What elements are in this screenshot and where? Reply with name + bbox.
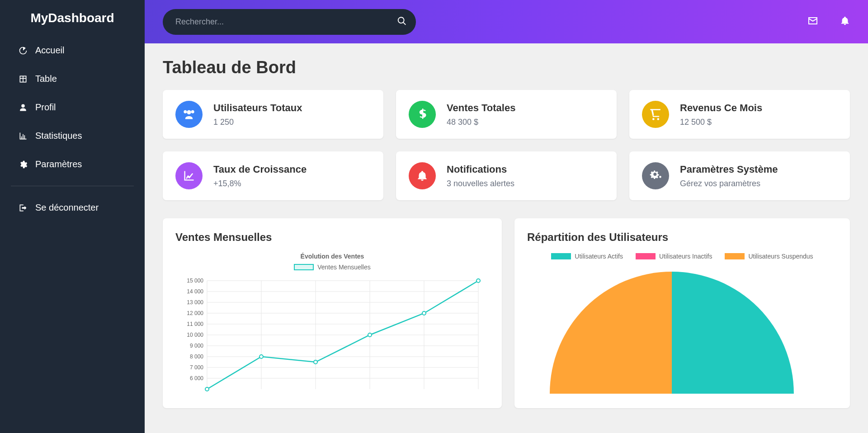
legend-label: Utilisateurs Suspendus (748, 253, 813, 260)
chart-title: Répartition des Utilisateurs (527, 231, 837, 244)
line-legend: Ventes Mensuelles (175, 264, 489, 271)
chart-card-pie: Répartition des Utilisateurs Utilisateur… (514, 218, 850, 408)
chart-subtitle: Évolution des Ventes (175, 253, 489, 260)
chart-icon (18, 132, 28, 141)
legend-label: Ventes Mensuelles (317, 264, 371, 271)
card-value: Gérez vos paramètres (680, 179, 778, 188)
pie-legend: Utilisateurs Actifs Utilisateurs Inactif… (527, 253, 837, 260)
sidebar-item-accueil[interactable]: Accueil (7, 36, 137, 65)
sidebar-item-parametres[interactable]: Paramètres (7, 150, 137, 179)
legend-swatch (725, 253, 745, 259)
chart-title: Ventes Mensuelles (175, 231, 489, 244)
legend-label: Utilisateurs Inactifs (659, 253, 712, 260)
card-body: Notifications3 nouvelles alertes (447, 164, 514, 188)
legend-item: Utilisateurs Inactifs (636, 253, 712, 260)
bell-icon[interactable] (840, 15, 850, 28)
svg-point-29 (368, 333, 372, 337)
card-value: 12 500 $ (680, 118, 762, 127)
cogs-icon (642, 162, 669, 189)
stat-card[interactable]: Paramètres SystèmeGérez vos paramètres (629, 151, 850, 200)
card-body: Ventes Totales48 300 $ (447, 102, 515, 127)
sidebar-item-label: Profil (35, 102, 56, 113)
card-value: 3 nouvelles alertes (447, 179, 514, 188)
search-wrap (163, 9, 416, 35)
mail-icon[interactable] (807, 15, 818, 28)
dollar-icon (409, 101, 436, 128)
line-chart: 6 0007 0008 0009 00010 00011 00012 00013… (175, 276, 487, 394)
table-icon (18, 75, 28, 84)
brand-title: MyDashboard (0, 11, 145, 25)
chart-card-line: Ventes Mensuelles Évolution des Ventes V… (163, 218, 502, 408)
sidebar-item-profil[interactable]: Profil (7, 93, 137, 122)
svg-point-27 (259, 355, 263, 358)
card-title: Notifications (447, 164, 514, 175)
card-value: +15,8% (213, 179, 307, 188)
sidebar-divider (11, 186, 134, 186)
content: Tableau de Bord Utilisateurs Totaux1 250… (145, 43, 868, 433)
card-value: 48 300 $ (447, 118, 515, 127)
card-title: Paramètres Système (680, 164, 778, 175)
search-input[interactable] (163, 9, 416, 35)
legend-swatch (551, 253, 571, 259)
card-body: Paramètres SystèmeGérez vos paramètres (680, 164, 778, 188)
topbar (145, 0, 868, 43)
svg-text:14 000: 14 000 (187, 288, 203, 295)
cards-grid: Utilisateurs Totaux1 250Ventes Totales48… (163, 90, 850, 200)
svg-point-28 (314, 360, 317, 364)
pie-chart (527, 267, 816, 394)
svg-text:9 000: 9 000 (190, 343, 203, 349)
sidebar-item-label: Se déconnecter (35, 202, 99, 213)
search-icon (397, 21, 407, 28)
svg-point-31 (476, 279, 480, 282)
trend-icon (175, 162, 203, 189)
card-body: Utilisateurs Totaux1 250 (213, 102, 302, 127)
svg-text:15 000: 15 000 (187, 278, 203, 284)
card-title: Ventes Totales (447, 102, 515, 114)
sidebar: MyDashboard Accueil Table Profil (0, 0, 145, 433)
svg-point-30 (422, 311, 426, 315)
svg-text:8 000: 8 000 (190, 353, 203, 360)
legend-item: Utilisateurs Suspendus (725, 253, 813, 260)
card-value: 1 250 (213, 118, 302, 127)
dashboard-icon (18, 46, 28, 55)
sidebar-item-label: Accueil (35, 45, 64, 56)
svg-text:12 000: 12 000 (187, 310, 203, 316)
legend-item: Utilisateurs Actifs (551, 253, 623, 260)
svg-text:13 000: 13 000 (187, 299, 203, 306)
card-title: Revenus Ce Mois (680, 102, 762, 114)
card-title: Taux de Croissance (213, 164, 307, 175)
stat-card[interactable]: Notifications3 nouvelles alertes (396, 151, 617, 200)
user-icon (18, 103, 28, 112)
card-body: Revenus Ce Mois12 500 $ (680, 102, 762, 127)
sidebar-item-statistiques[interactable]: Statistiques (7, 122, 137, 150)
sidebar-item-label: Statistiques (35, 131, 82, 141)
bell-icon (409, 162, 436, 189)
stat-card[interactable]: Ventes Totales48 300 $ (396, 90, 617, 139)
svg-text:7 000: 7 000 (190, 364, 203, 371)
sidebar-item-label: Paramètres (35, 159, 82, 169)
card-body: Taux de Croissance+15,8% (213, 164, 307, 188)
cart-icon (642, 101, 669, 128)
stat-card[interactable]: Revenus Ce Mois12 500 $ (629, 90, 850, 139)
sidebar-item-logout[interactable]: Se déconnecter (7, 193, 137, 222)
users-icon (175, 101, 203, 128)
svg-text:6 000: 6 000 (190, 375, 203, 381)
svg-text:11 000: 11 000 (187, 321, 203, 327)
gear-icon (18, 160, 28, 169)
search-button[interactable] (397, 16, 407, 28)
legend-label: Utilisateurs Actifs (575, 253, 623, 260)
svg-text:10 000: 10 000 (187, 332, 203, 338)
logout-icon (18, 203, 28, 212)
page-title: Tableau de Bord (163, 58, 850, 77)
card-title: Utilisateurs Totaux (213, 102, 302, 114)
stat-card[interactable]: Taux de Croissance+15,8% (163, 151, 383, 200)
svg-point-26 (205, 387, 209, 391)
stat-card[interactable]: Utilisateurs Totaux1 250 (163, 90, 383, 139)
legend-swatch (294, 264, 314, 270)
legend-swatch (636, 253, 656, 259)
sidebar-item-table[interactable]: Table (7, 65, 137, 93)
sidebar-item-label: Table (35, 74, 57, 84)
